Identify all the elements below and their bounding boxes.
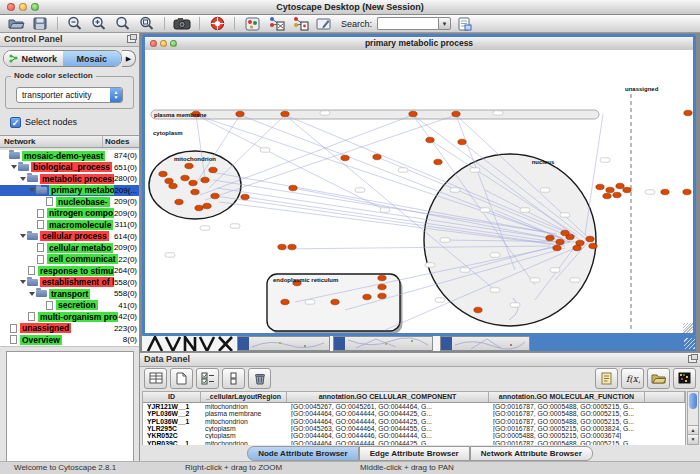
network-node[interactable] [684,110,692,116]
network-node[interactable] [289,185,297,191]
float-panel-icon[interactable] [127,35,136,43]
matrix-icon[interactable] [673,368,696,389]
tree-item-label[interactable]: multi-organism pro [38,312,118,322]
network-node-small[interactable] [490,288,500,292]
network-node[interactable] [606,187,614,193]
table-row[interactable]: YPL036W__2plasma membrane[GO:0044464, GO… [143,410,685,417]
network-node[interactable] [616,183,624,189]
trash-icon[interactable] [248,368,271,389]
network-node[interactable] [201,177,209,183]
tree-row[interactable]: mosaic-demo-yeast874(0) [0,150,139,162]
network-node[interactable] [175,199,183,205]
select-nodes-checkbox[interactable]: ✓ [10,117,21,128]
search-input[interactable] [377,17,438,30]
tree-row[interactable]: macromolecule311(0) [0,219,139,231]
tree-item-label[interactable]: unassigned [20,323,71,333]
tree-item-label[interactable]: secretion [56,300,98,310]
tree-row[interactable]: unassigned223(0) [0,323,139,335]
network-node-small[interactable] [440,238,450,242]
network-node[interactable] [586,236,594,242]
save-icon[interactable] [29,16,51,32]
column-header[interactable]: annotation.GO MOLECULAR_FUNCTION [489,392,645,402]
network-node-small[interactable] [355,188,365,192]
network-node-small[interactable] [600,158,610,162]
network-node[interactable] [241,194,249,200]
network-node-small[interactable] [260,148,270,152]
expand-triangle-icon[interactable] [20,280,26,284]
network-node-small[interactable] [398,168,408,172]
tree-row[interactable]: transport558(0) [0,288,139,300]
network-node-small[interactable] [530,278,540,282]
tab-node-attribute-browser[interactable]: Node Attribute Browser [247,446,359,461]
network-node-small[interactable] [480,208,490,212]
network-window[interactable]: primary metabolic process plasma me [142,34,696,336]
minimize-icon[interactable] [160,40,167,47]
network-node-small[interactable] [520,208,530,212]
network-node[interactable] [195,205,203,211]
network-node[interactable] [623,187,631,193]
network-node[interactable] [169,183,177,189]
network-node[interactable] [426,137,434,143]
tree-row[interactable]: nucleobase-209(0) [0,196,139,208]
network-node-small[interactable] [380,208,390,212]
tree-item-label[interactable]: primary metabo [49,185,114,195]
table-icon[interactable] [144,368,167,389]
new-page-icon[interactable] [170,368,193,389]
expand-triangle-icon[interactable] [29,292,35,296]
tree-row[interactable]: response to stimulu264(0) [0,265,139,277]
column-header[interactable]: ID [143,392,201,402]
birdseye-view[interactable] [6,351,134,474]
resize-grip[interactable] [683,323,693,333]
network-node[interactable] [159,171,167,177]
network-node-small[interactable] [320,111,330,115]
network-node[interactable] [561,230,569,236]
zoom-out-icon[interactable] [64,16,86,32]
tree-row[interactable]: biological_process651(0) [0,162,139,174]
tree-item-label[interactable]: transport [49,289,90,299]
tree-row[interactable]: primary metabo209(... [0,185,139,197]
network-node[interactable] [434,159,442,165]
function-icon[interactable]: f(x) [621,368,644,389]
network-node-small[interactable] [570,278,580,282]
expand-triangle-icon[interactable] [20,177,26,181]
zoom-fit-icon[interactable] [112,16,134,32]
tree-item-label[interactable]: metabolic process [40,174,114,184]
tree-col-nodes[interactable]: Nodes [103,136,139,147]
network-node[interactable] [165,178,173,184]
network-node[interactable] [331,299,339,305]
network-canvas[interactable]: plasma membrane cytoplasm mitochondrion … [145,50,693,333]
resize-grip[interactable] [684,338,695,349]
network-node[interactable] [409,111,417,117]
zoom-window-icon[interactable] [170,40,177,47]
search-dropdown-icon[interactable]: ▼ [438,17,451,30]
table-row[interactable]: YKR052Ccytoplasm[GO:0044464, GO:0044446,… [143,432,685,439]
close-icon[interactable] [7,3,15,11]
network-node-small[interactable] [435,298,445,302]
table-scrollbar[interactable]: ▲ ▼ [687,391,699,445]
network-node[interactable] [596,184,604,190]
table-row[interactable]: YLR295Ccytoplasm[GO:0045263, GO:0044464,… [143,425,685,432]
background-window[interactable] [440,336,530,351]
expand-triangle-icon[interactable] [29,188,35,192]
network-node[interactable] [181,175,189,181]
network-node[interactable] [378,275,386,281]
tree-item-label[interactable]: cellular process [40,231,109,241]
tree-col-network[interactable]: Network [0,136,103,147]
tab-network-attribute-browser[interactable]: Network Attribute Browser [470,446,593,461]
network-node-small[interactable] [560,213,570,217]
network-node[interactable] [378,284,386,290]
tree-row[interactable]: cellular metabo209(0) [0,242,139,254]
column-header[interactable]: annotation.GO CELLULAR_COMPONENT [287,392,489,402]
network-node[interactable] [661,189,669,195]
attribute-page-icon[interactable] [453,16,475,32]
network-node-small[interactable] [493,111,503,115]
network-node-small[interactable] [425,263,435,267]
network-node[interactable] [203,203,211,209]
network-node-small[interactable] [165,253,175,257]
network-node[interactable] [373,154,381,160]
network-node-small[interactable] [490,253,500,257]
network-node-small[interactable] [200,226,210,230]
float-panel-icon[interactable] [688,355,697,363]
network-node-small[interactable] [470,168,480,172]
zoom-region-icon[interactable] [136,16,158,32]
